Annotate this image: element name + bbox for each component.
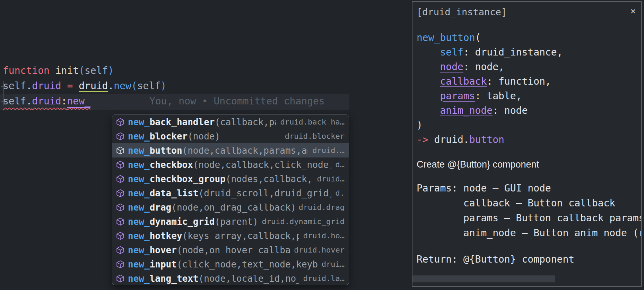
cube-icon [116,118,125,127]
editor-background: { "editor": { "code_lines": [ {"segments… [0,0,644,290]
code-segment: . [26,95,32,107]
code-segment: ( [131,80,137,92]
code-segment: ) [160,80,166,92]
completion-name-text: checkbox_group [150,174,226,184]
cube-icon [116,160,125,169]
code-segment: druid [32,95,61,107]
completion-match-text: new_ [128,160,150,170]
code-segment: self [3,95,26,107]
code-segment: . [108,80,114,92]
close-icon[interactable]: ✕ [630,5,636,17]
code-segment: function [3,65,50,76]
completion-module: druid.hover [290,246,345,254]
completion-item[interactable]: new_hover(node,on_hover_callback)druid.h… [112,243,349,257]
horizontal-scrollbar-thumb[interactable] [412,275,555,282]
code-segment: callback [440,76,487,87]
code-segment: ) [108,65,114,76]
cube-icon [116,274,125,283]
code-segment: self [3,80,26,92]
code-segment: params [440,90,475,102]
completion-name-text: drag [150,202,172,213]
code-segment [417,46,440,58]
signature-line: callback: function, [417,74,563,89]
code-segment: ( [475,32,481,43]
autocomplete-popup: new_back_handler(callback,para…druid.bac… [112,114,349,285]
code-segment: -> [417,134,428,145]
completion-item[interactable]: new_drag(node,on_drag_callback)druid.dra… [112,200,349,214]
completion-label: new_button(node,callback,params,anim_… [128,145,308,156]
completion-item[interactable]: new_blocker(node)druid.blocker [112,129,349,143]
completion-label: new_dynamic_grid(parent) [128,216,258,227]
signature-line: -> druid.button [417,133,563,147]
cube-icon [116,246,125,255]
completion-module: druid.drag [295,203,345,212]
code-segment: node [440,61,463,72]
code-segment [73,80,79,92]
code-segment: new_ [67,95,90,107]
completion-item[interactable]: new_button(node,callback,params,anim_…dr… [112,143,349,157]
code-line[interactable]: self.druid:new_ [3,94,90,109]
completion-match-text: new_ [128,188,150,198]
completion-label: new_checkbox(node,callback,click_node,in… [128,160,331,170]
completion-item[interactable]: new_back_handler(callback,para…druid.bac… [112,115,349,129]
completion-match-text: new_ [128,117,150,127]
cube-icon [116,217,125,226]
completion-match-text: new_ [128,216,150,227]
code-segment: . [26,80,32,92]
completion-name-text: hover [150,245,177,255]
completion-match-text: new_ [128,273,150,284]
completion-module: druid.ho… [299,231,345,240]
completion-item[interactable]: new_input(click_node,text_node,keyboar…d… [112,257,349,271]
completion-item[interactable]: new_hotkey(keys_array,callback,para…drui… [112,229,349,243]
completion-item[interactable]: new_checkbox_group(nodes,callback,cli…dr… [112,172,349,186]
documentation-popup: [druid_instance] ✕ new_button( self: dru… [412,1,642,287]
completion-label: new_blocker(node) [128,131,220,142]
cube-icon [116,189,125,198]
completion-label: new_lang_text(node,locale_id,no_ad… [128,273,299,284]
code-segment: : function, [487,76,551,87]
code-segment: ) [417,119,423,131]
code-segment [61,80,67,92]
code-segment: ( [79,65,85,76]
completion-label: new_drag(node,on_drag_callback) [128,202,295,213]
completion-label: new_checkbox_group(nodes,callback,cli… [128,174,313,184]
completion-match-text: new_ [128,259,150,270]
doc-title: [druid_instance] [417,6,507,18]
code-line[interactable]: function init(self) [3,63,114,78]
doc-signature: new_button( self: druid_instance, node: … [417,31,563,147]
completion-item[interactable]: new_lang_text(node,locale_id,no_ad…druid… [112,271,349,285]
completion-label: new_hover(node,on_hover_callback) [128,245,290,255]
code-line[interactable]: self.druid = druid.new(self) [3,78,166,94]
signature-line: new_button( [417,31,563,45]
completion-name-text: button [150,145,182,156]
completion-params-text: (node,callback,click_node,ini… [193,160,331,170]
code-segment: button [469,134,504,145]
completion-label: new_hotkey(keys_array,callback,para… [128,231,299,241]
completion-module: drui… [317,260,345,268]
completion-name-text: data_list [150,188,199,198]
code-segment: : druid_instance, [463,46,563,58]
code-segment: init [55,65,79,76]
completion-match-text: new_ [128,202,150,213]
completion-params-text: (nodes,callback,cli… [226,174,313,184]
completion-name-text: dynamic_grid [150,216,215,227]
code-segment: anim_node [440,105,493,116]
completion-match-text: new_ [128,231,150,241]
completion-item[interactable]: new_checkbox(node,callback,click_node,in… [112,157,349,172]
code-segment: new [114,80,131,92]
code-segment: druid [32,80,61,92]
cube-icon [116,231,125,240]
code-segment [417,90,440,102]
completion-params-text: (node,on_hover_callback) [177,245,290,255]
doc-return: Return: @{Button} component [417,252,574,267]
completion-match-text: new_ [128,145,150,156]
completion-name-text: back_handler [150,117,215,127]
completion-item[interactable]: new_dynamic_grid(parent)druid.dynamic_gr… [112,214,349,229]
completion-params-text: (node) [188,131,220,142]
cube-icon [116,203,125,212]
completion-item[interactable]: new_data_list(druid_scroll,druid_grid,cr… [112,186,349,200]
cube-icon [116,132,125,141]
completion-match-text: new_ [128,245,150,255]
code-segment: druid. [428,134,469,145]
code-segment: : [61,95,67,107]
